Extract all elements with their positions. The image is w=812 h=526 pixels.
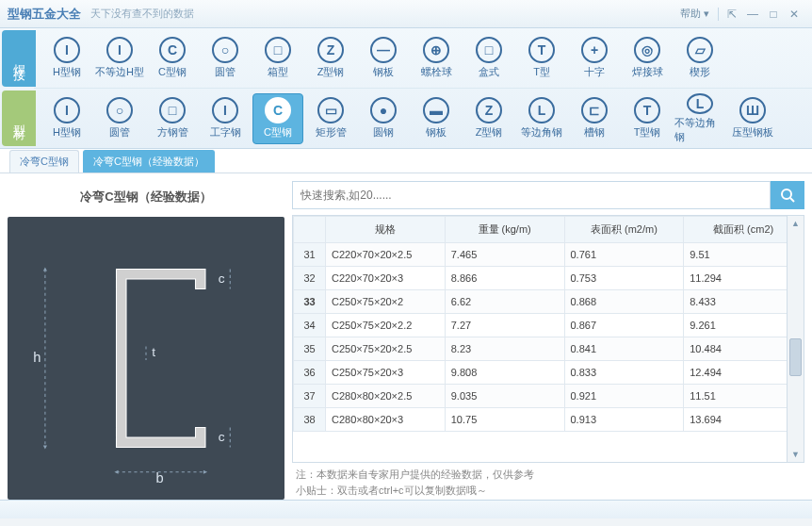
tool-圆管[interactable]: ○圆管: [200, 33, 251, 84]
cell: 37: [294, 385, 326, 408]
pin-icon[interactable]: ⇱: [722, 6, 742, 23]
tool-焊接球[interactable]: ◎焊接球: [622, 33, 673, 84]
tool-H型钢[interactable]: IH型钢: [41, 93, 92, 144]
tool-不等边角钢[interactable]: L不等边角钢: [674, 93, 725, 144]
tool-icon: L: [528, 97, 555, 123]
table-row[interactable]: 36C250×75×20×39.8080.83312.494: [294, 361, 804, 385]
table-row[interactable]: 34C250×75×20×2.27.270.8679.261: [294, 314, 804, 337]
left-pane: 冷弯C型钢（经验数据） h b c c t: [0, 181, 292, 500]
tool-label: C型钢: [264, 125, 292, 140]
tool-icon: ◎: [634, 37, 660, 63]
svg-text:c: c: [219, 271, 225, 286]
tool-icon: ●: [370, 97, 397, 123]
column-header[interactable]: 表面积 (m2/m): [564, 217, 684, 243]
column-header[interactable]: 规格: [326, 217, 446, 243]
tool-不等边H型[interactable]: I不等边H型: [94, 33, 145, 84]
cell: 32: [294, 267, 326, 290]
cell: 0.761: [564, 243, 684, 267]
minimize-icon[interactable]: ―: [742, 6, 763, 23]
tool-label: T型: [533, 65, 550, 79]
content: 冷弯C型钢（经验数据） h b c c t: [0, 173, 812, 500]
tool-方钢管[interactable]: □方钢管: [147, 93, 198, 144]
table-row[interactable]: 35C250×75×20×2.58.230.84110.484: [294, 337, 804, 361]
side-tab-material[interactable]: 型材: [2, 90, 36, 147]
scroll-up-icon[interactable]: ▲: [788, 216, 804, 231]
svg-line-11: [790, 198, 794, 202]
scrollbar[interactable]: ▲ ▼: [787, 216, 804, 462]
tool-label: 方钢管: [157, 125, 188, 140]
tool-Z型钢[interactable]: ZZ型钢: [305, 33, 356, 84]
tool-槽钢[interactable]: ⊏槽钢: [569, 93, 620, 144]
tool-H型钢[interactable]: IH型钢: [41, 33, 92, 84]
maximize-icon[interactable]: □: [763, 6, 784, 23]
table-row[interactable]: 32C220×70×20×38.8660.75311.294: [294, 267, 804, 290]
tool-等边角钢[interactable]: L等边角钢: [516, 93, 567, 144]
close-icon[interactable]: ✕: [784, 6, 804, 23]
app-title: 型钢五金大全: [8, 6, 81, 23]
cell: 9.035: [445, 385, 564, 408]
side-tab-welding[interactable]: 焊接: [2, 30, 36, 87]
cell: 9.808: [445, 361, 564, 385]
tool-icon: Ш: [739, 97, 766, 123]
tool-Z型钢[interactable]: ZZ型钢: [463, 93, 514, 144]
tool-楔形[interactable]: ▱楔形: [674, 33, 725, 84]
tool-矩形管[interactable]: ▭矩形管: [305, 93, 356, 144]
scroll-thumb[interactable]: [789, 338, 802, 376]
table-row[interactable]: 37C280×80×20×2.59.0350.92111.51: [294, 385, 804, 408]
tool-label: 圆管: [215, 65, 235, 79]
column-header[interactable]: [294, 217, 326, 243]
table-row[interactable]: 31C220×70×20×2.57.4650.7619.51: [294, 243, 804, 267]
tool-label: 槽钢: [584, 125, 605, 140]
tool-icon: I: [54, 97, 80, 123]
tool-label: 焊接球: [632, 65, 663, 79]
data-table: 规格重量 (kg/m)表面积 (m2/m)截面积 (cm2) 31C220×70…: [292, 215, 804, 463]
help-menu[interactable]: 帮助 ▾: [680, 7, 709, 21]
scroll-down-icon[interactable]: ▼: [788, 447, 804, 462]
tool-盒式[interactable]: □盒式: [463, 33, 514, 84]
tool-压型钢板[interactable]: Ш压型钢板: [727, 93, 778, 144]
tool-圆管[interactable]: ○圆管: [94, 93, 145, 144]
tool-icon: C: [265, 97, 291, 123]
tool-C型钢[interactable]: CC型钢: [252, 93, 303, 144]
cell: 35: [294, 337, 326, 361]
table-row[interactable]: 33C250×75×20×26.620.8688.433: [294, 290, 804, 314]
tool-icon: ⊏: [581, 97, 608, 123]
search-input[interactable]: [292, 181, 771, 209]
column-header[interactable]: 重量 (kg/m): [445, 217, 564, 243]
tool-C型钢[interactable]: CC型钢: [147, 33, 198, 84]
tool-钢板[interactable]: —钢板: [358, 33, 409, 84]
cell: 13.694: [684, 408, 804, 432]
tool-icon: ⊕: [423, 37, 449, 63]
table-row[interactable]: 38C280×80×20×310.750.91313.694: [294, 408, 804, 432]
search-button[interactable]: [771, 181, 804, 209]
tool-icon: I: [212, 97, 238, 123]
cell: 0.841: [564, 337, 684, 361]
cell: 0.753: [564, 267, 684, 290]
tool-十字[interactable]: +十字: [569, 33, 620, 84]
tool-T型钢[interactable]: TT型钢: [622, 93, 673, 144]
svg-point-10: [782, 189, 791, 199]
tool-icon: ▱: [687, 37, 713, 63]
tool-钢板[interactable]: ▬钢板: [411, 93, 462, 144]
right-pane: 规格重量 (kg/m)表面积 (m2/m)截面积 (cm2) 31C220×70…: [292, 181, 812, 500]
tool-label: 钢板: [373, 65, 394, 79]
tool-工字钢[interactable]: I工字钢: [200, 93, 251, 144]
tab[interactable]: 冷弯C型钢（经验数据）: [83, 150, 215, 173]
tool-label: Z型钢: [317, 65, 345, 79]
tool-label: 螺栓球: [421, 65, 452, 79]
tool-label: 压型钢板: [732, 125, 773, 140]
cell: 33: [294, 290, 326, 314]
tab[interactable]: 冷弯C型钢: [9, 150, 79, 173]
tool-箱型[interactable]: □箱型: [252, 33, 303, 84]
tool-icon: T: [634, 97, 660, 123]
cell: 10.484: [684, 337, 804, 361]
tool-螺栓球[interactable]: ⊕螺栓球: [411, 33, 462, 84]
tool-icon: □: [476, 37, 502, 63]
cell: C220×70×20×3: [326, 267, 446, 290]
tool-label: 矩形管: [316, 125, 347, 140]
column-header[interactable]: 截面积 (cm2): [684, 217, 804, 243]
tool-label: Z型钢: [476, 125, 503, 140]
svg-text:c: c: [219, 430, 225, 444]
tool-圆钢[interactable]: ●圆钢: [358, 93, 409, 144]
tool-T型[interactable]: TT型: [516, 33, 567, 84]
